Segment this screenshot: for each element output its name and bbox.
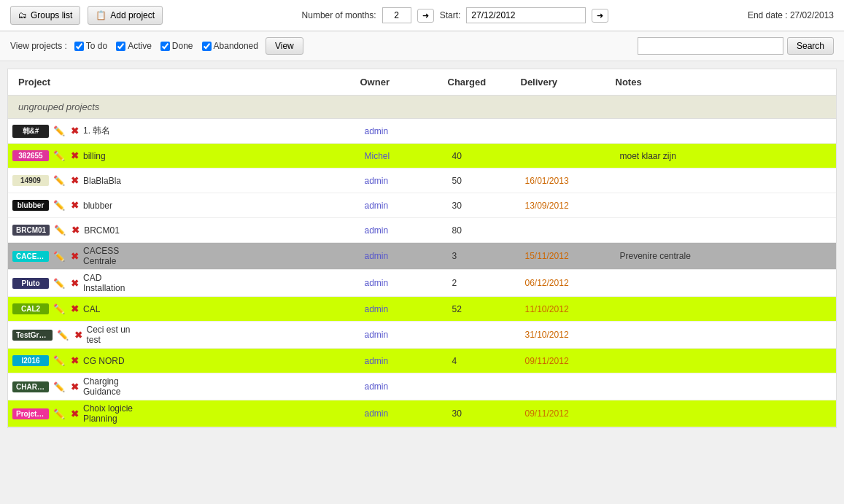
delete-button[interactable]: ✖ <box>69 252 80 261</box>
notes-cell: Prevenire centrale <box>616 248 837 264</box>
groups-list-button[interactable]: 🗂 Groups list <box>10 6 80 25</box>
view-button[interactable]: View <box>266 37 303 55</box>
owner-cell: admin <box>360 123 448 139</box>
todo-check[interactable]: To do <box>74 41 107 51</box>
edit-button[interactable]: ✏️ <box>52 304 66 314</box>
delete-button[interactable]: ✖ <box>73 330 84 340</box>
edit-button[interactable]: ✏️ <box>52 201 66 210</box>
owner-cell: admin <box>360 353 448 369</box>
delivery-cell: 09/11/2012 <box>521 353 616 369</box>
project-tag[interactable]: blubber <box>12 200 49 211</box>
delete-button[interactable]: ✖ <box>69 382 80 392</box>
table-row: CACESS✏️✖CACESS Centraleadmin315/11/2012… <box>8 243 836 270</box>
add-project-button[interactable]: 📋 Add project <box>88 6 163 25</box>
delete-button[interactable]: ✖ <box>69 356 80 365</box>
project-tag[interactable]: TestGroupe <box>12 330 53 341</box>
delete-button[interactable]: ✖ <box>69 409 80 419</box>
abandoned-checkbox[interactable] <box>202 42 212 51</box>
filter-bar: View projects : To do Active Done Abando… <box>0 31 844 61</box>
table-row: CHARGE1✏️✖Charging Guidanceadmin <box>8 373 836 400</box>
delivery-cell <box>521 228 616 233</box>
delete-button[interactable]: ✖ <box>69 201 80 210</box>
done-checkbox[interactable] <box>160 42 170 51</box>
notes-cell <box>616 203 837 209</box>
project-tag[interactable]: 14909 <box>12 175 49 186</box>
project-tag[interactable]: CHARGE1 <box>12 381 49 392</box>
owner-cell: admin <box>360 301 448 317</box>
table-header: Project Owner Charged Delivery Notes <box>8 69 836 96</box>
months-label: Number of months: <box>302 10 376 20</box>
delivery-cell <box>521 384 616 389</box>
notes-cell <box>616 228 837 233</box>
delete-button[interactable]: ✖ <box>70 225 81 235</box>
project-name: Choix logicie Planning <box>83 403 135 424</box>
table-body: ungrouped projects韩&#✏️✖1. 韩名admin382655… <box>8 96 836 427</box>
edit-button[interactable]: ✏️ <box>52 409 66 419</box>
delete-button[interactable]: ✖ <box>69 151 80 160</box>
project-tag[interactable]: CACESS <box>12 251 49 262</box>
search-button[interactable]: Search <box>787 37 834 55</box>
edit-button[interactable]: ✏️ <box>53 225 67 235</box>
folder-icon: 🗂 <box>18 10 27 20</box>
col-charged: Charged <box>448 77 521 88</box>
project-cell: CAL2✏️✖CAL <box>8 301 139 317</box>
edit-button[interactable]: ✏️ <box>52 151 66 160</box>
notes-cell: moet klaar zijn <box>616 148 837 164</box>
project-name: BRCM01 <box>84 225 120 236</box>
project-cell: Projet_1_F✏️✖Choix logicie Planning <box>8 400 139 427</box>
project-tag[interactable]: 382655 <box>12 150 49 161</box>
active-checkbox[interactable] <box>116 42 125 51</box>
edit-button[interactable]: ✏️ <box>52 252 66 261</box>
project-name: blubber <box>83 201 112 211</box>
notes-cell <box>616 128 837 134</box>
search-input[interactable] <box>638 37 783 55</box>
project-name: CACESS Centrale <box>83 246 135 266</box>
owner-cell: admin <box>360 379 448 395</box>
delete-button[interactable]: ✖ <box>69 176 80 185</box>
project-tag[interactable]: BRCM01 <box>12 225 50 236</box>
abandoned-check[interactable]: Abandoned <box>202 41 258 51</box>
edit-button[interactable]: ✏️ <box>52 176 66 185</box>
col-owner: Owner <box>360 77 448 88</box>
owner-cell: admin <box>360 198 448 214</box>
edit-button[interactable]: ✏️ <box>52 382 66 392</box>
delivery-cell <box>521 128 616 134</box>
todo-checkbox[interactable] <box>74 42 84 51</box>
start-date-arrow-button[interactable]: ➜ <box>592 9 608 23</box>
delivery-cell: 06/12/2012 <box>521 275 616 291</box>
col-notes: Notes <box>616 77 826 88</box>
table-row: CAL2✏️✖CALadmin5211/10/2012 <box>8 297 836 322</box>
table-row: 382655✏️✖billingMichel40moet klaar zijn <box>8 144 836 168</box>
projects-table: Project Owner Charged Delivery Notes ung… <box>7 69 837 428</box>
delete-button[interactable]: ✖ <box>69 279 80 288</box>
charged-cell: 30 <box>448 406 521 422</box>
charged-cell: 4 <box>448 353 521 369</box>
project-tag[interactable]: CAL2 <box>12 303 49 314</box>
project-tag[interactable]: 韩&# <box>12 125 49 138</box>
project-cell: Pluto✏️✖CAD Installation <box>8 270 139 296</box>
top-bar: 🗂 Groups list 📋 Add project Number of mo… <box>0 0 844 31</box>
notes-cell <box>616 384 837 389</box>
project-tag[interactable]: Projet_1_F <box>12 408 49 419</box>
owner-cell: admin <box>360 248 448 264</box>
project-tag[interactable]: I2016 <box>12 355 49 366</box>
done-check[interactable]: Done <box>160 41 193 51</box>
active-check[interactable]: Active <box>116 41 152 51</box>
project-cell: 14909✏️✖BlaBlaBla <box>8 172 139 189</box>
delete-button[interactable]: ✖ <box>69 304 80 314</box>
delete-button[interactable]: ✖ <box>69 126 80 136</box>
project-name: BlaBlaBla <box>83 176 121 186</box>
edit-button[interactable]: ✏️ <box>55 330 70 340</box>
table-row: 14909✏️✖BlaBlaBlaadmin5016/01/2013 <box>8 168 836 193</box>
group-header: ungrouped projects <box>8 96 836 119</box>
edit-button[interactable]: ✏️ <box>52 279 66 288</box>
edit-button[interactable]: ✏️ <box>52 126 66 136</box>
project-cell: I2016✏️✖CG NORD <box>8 352 139 369</box>
notes-cell <box>616 332 837 338</box>
start-date-input[interactable] <box>466 7 586 23</box>
months-arrow-button[interactable]: ➜ <box>417 9 434 23</box>
edit-button[interactable]: ✏️ <box>52 356 66 365</box>
project-tag[interactable]: Pluto <box>12 278 49 289</box>
table-row: blubber✏️✖blubberadmin3013/09/2012 <box>8 193 836 218</box>
months-input[interactable] <box>382 7 411 23</box>
